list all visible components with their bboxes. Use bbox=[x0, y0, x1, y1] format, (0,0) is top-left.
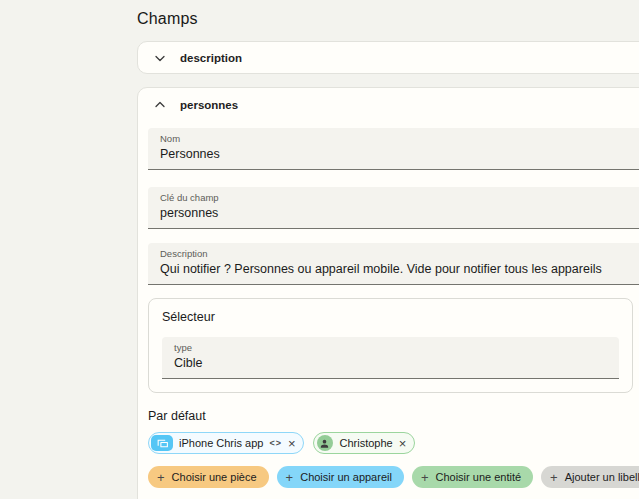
close-icon[interactable]: × bbox=[399, 437, 407, 450]
expansion-panel-description-label: description bbox=[180, 52, 242, 64]
description-field[interactable]: Description Qui notifier ? Personnes ou … bbox=[148, 243, 639, 285]
add-target-buttons-row: + Choisir une pièce + Choisir un apparei… bbox=[148, 466, 639, 488]
choisir-une-piece-button[interactable]: + Choisir une pièce bbox=[148, 466, 269, 488]
plus-icon: + bbox=[157, 471, 165, 484]
cle-du-champ-field-label: Clé du champ bbox=[160, 192, 639, 204]
close-icon[interactable]: × bbox=[288, 437, 296, 450]
selecteur-type-field-label: type bbox=[174, 342, 607, 354]
code-brackets-icon[interactable]: <> bbox=[269, 438, 282, 448]
cle-du-champ-field[interactable]: Clé du champ personnes bbox=[148, 187, 639, 229]
description-field-value: Qui notifier ? Personnes ou appareil mob… bbox=[160, 261, 639, 277]
chevron-down-icon bbox=[154, 52, 166, 64]
par-defaut-label: Par défaut bbox=[148, 409, 639, 423]
page-title: Champs bbox=[137, 10, 639, 28]
chip-christophe-label: Christophe bbox=[340, 437, 393, 449]
ajouter-un-libelle-button[interactable]: + Ajouter un libellé bbox=[541, 466, 639, 488]
nom-field[interactable]: Nom Personnes bbox=[148, 128, 639, 170]
form-content: Champs description personnes Nom Personn… bbox=[137, 0, 639, 499]
tablet-cellphone-icon bbox=[151, 435, 173, 451]
cle-du-champ-field-value: personnes bbox=[160, 205, 639, 221]
selecteur-type-field[interactable]: type Cible bbox=[162, 337, 619, 379]
choisir-un-appareil-button[interactable]: + Choisir un appareil bbox=[277, 466, 404, 488]
person-icon bbox=[317, 435, 333, 451]
plus-icon: + bbox=[286, 471, 294, 484]
selecteur-type-field-value: Cible bbox=[174, 355, 607, 371]
chip-christophe[interactable]: Christophe × bbox=[313, 432, 416, 454]
expansion-panel-description: description bbox=[137, 41, 639, 74]
nom-field-label: Nom bbox=[160, 133, 639, 145]
personnes-panel-body: Nom Personnes Clé du champ personnes Des… bbox=[138, 122, 639, 499]
nom-field-value: Personnes bbox=[160, 146, 639, 162]
plus-icon: + bbox=[550, 471, 558, 484]
choisir-une-entite-button-label: Choisir une entité bbox=[436, 471, 522, 483]
choisir-un-appareil-button-label: Choisir un appareil bbox=[300, 471, 392, 483]
chip-iphone-label: iPhone Chris app bbox=[179, 437, 263, 449]
selecteur-title: Sélecteur bbox=[162, 310, 619, 324]
choisir-une-entite-button[interactable]: + Choisir une entité bbox=[412, 466, 533, 488]
chip-iphone-chris-app[interactable]: iPhone Chris app <> × bbox=[148, 432, 304, 454]
choisir-une-piece-button-label: Choisir une pièce bbox=[172, 471, 257, 483]
description-field-label: Description bbox=[160, 248, 639, 260]
ajouter-un-libelle-button-label: Ajouter un libellé bbox=[565, 471, 639, 483]
expansion-panel-personnes: personnes Nom Personnes Clé du champ per… bbox=[137, 87, 639, 499]
expansion-panel-personnes-header[interactable]: personnes bbox=[138, 88, 639, 122]
plus-icon: + bbox=[421, 471, 429, 484]
expansion-panel-personnes-label: personnes bbox=[180, 99, 238, 111]
chevron-up-icon bbox=[154, 99, 166, 111]
selecteur-box: Sélecteur type Cible bbox=[148, 298, 633, 393]
expansion-panel-description-header[interactable]: description bbox=[138, 42, 639, 73]
default-chips-row: iPhone Chris app <> × Christophe × bbox=[148, 432, 639, 454]
